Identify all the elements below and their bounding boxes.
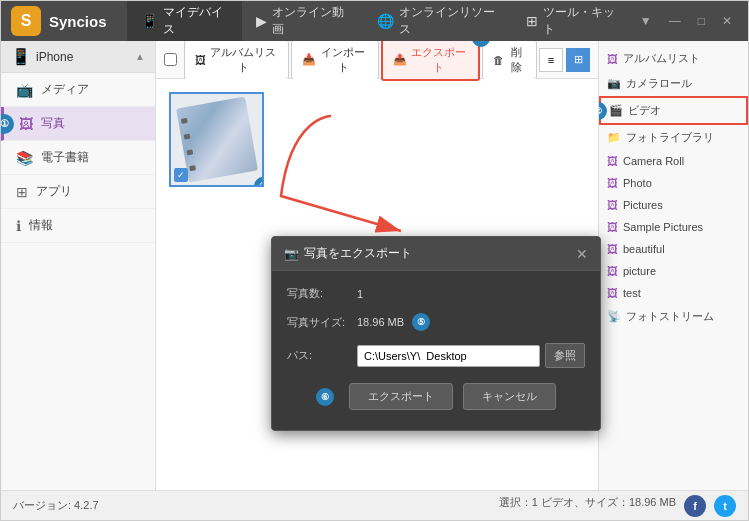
sidebar: 📱 iPhone ▲ 📺 メディア 🖼 写真 ① 📚 電子書籍 ⊞ アプリ: [1, 41, 156, 490]
panel-beautiful-icon: 🖼: [607, 243, 618, 255]
maximize-btn[interactable]: □: [692, 12, 711, 30]
count-label: 写真数:: [287, 286, 357, 301]
panel-video-icon: 🎬: [609, 104, 623, 117]
browse-btn[interactable]: 参照: [545, 343, 585, 368]
sidebar-item-apps[interactable]: ⊞ アプリ: [1, 175, 155, 209]
album-list-btn[interactable]: 🖼 アルバムリスト: [184, 41, 289, 80]
panel-camera-roll-jp[interactable]: 📷 カメラロール: [599, 71, 748, 96]
panel-video-label: ビデオ: [628, 103, 661, 118]
count-value: 1: [357, 288, 363, 300]
nav-online-resources-label: オンラインリソース: [399, 4, 498, 38]
tools-icon: ⊞: [526, 13, 538, 29]
panel-photo-label: Photo: [623, 177, 652, 189]
sidebar-item-info[interactable]: ℹ 情報: [1, 209, 155, 243]
right-panel: 🖼 アルバムリスト 📷 カメラロール 🎬 ビデオ ② 📁 フォトライブラリ 🖼 …: [598, 41, 748, 490]
panel-album-label: アルバムリスト: [623, 51, 700, 66]
photo-check: ✓: [174, 168, 188, 182]
play-icon: ▶: [256, 13, 267, 29]
minimize-btn[interactable]: —: [663, 12, 687, 30]
sidebar-item-media[interactable]: 📺 メディア: [1, 73, 155, 107]
device-header: 📱 iPhone ▲: [1, 41, 155, 73]
delete-btn[interactable]: 🗑 削除: [482, 41, 537, 80]
sidebar-photos-label: 写真: [41, 115, 65, 132]
film-hole: [186, 150, 193, 156]
nav-online-video-label: オンライン動画: [272, 4, 349, 38]
nav-online-video[interactable]: ▶ オンライン動画: [242, 1, 363, 41]
panel-photo-stream[interactable]: 📡 フォトストリーム: [599, 304, 748, 329]
panel-sample-icon: 🖼: [607, 221, 618, 233]
panel-album-icon: 🖼: [607, 53, 618, 65]
panel-test[interactable]: 🖼 test: [599, 282, 748, 304]
album-list-icon: 🖼: [195, 54, 206, 66]
import-icon: 📥: [302, 53, 316, 66]
app-title: Syncios: [49, 13, 107, 30]
sidebar-info-label: 情報: [29, 217, 53, 234]
panel-sample-pictures[interactable]: 🖼 Sample Pictures: [599, 216, 748, 238]
sidebar-item-ebooks[interactable]: 📚 電子書籍: [1, 141, 155, 175]
panel-camera-roll-jp-label: カメラロール: [626, 76, 692, 91]
select-all-checkbox[interactable]: [164, 53, 177, 66]
app-logo: S: [11, 6, 41, 36]
photo-icon: 🖼: [19, 116, 33, 132]
twitter-btn[interactable]: t: [714, 495, 736, 517]
collapse-icon[interactable]: ▲: [135, 51, 145, 62]
grid-view-btn[interactable]: ⊞: [566, 48, 590, 72]
delete-label: 削除: [507, 45, 526, 75]
import-btn[interactable]: 📥 インポート: [291, 41, 379, 80]
nav-online-resources[interactable]: 🌐 オンラインリソース: [363, 1, 512, 41]
app-window: S Syncios 📱 マイデバイス ▶ オンライン動画 🌐 オンラインリソース…: [0, 0, 749, 521]
dialog-title-icon: 📷: [284, 247, 299, 261]
nav-bar: 📱 マイデバイス ▶ オンライン動画 🌐 オンラインリソース ⊞ ツール・キット: [127, 1, 634, 41]
size-row: 写真サイズ: 18.96 MB ⑤: [287, 313, 585, 331]
panel-photo-library[interactable]: 📁 フォトライブラリ: [599, 125, 748, 150]
toolbar: 🖼 アルバムリスト 📥 インポート 📤 エクスポート ④ 🗑 削除: [156, 41, 598, 79]
panel-photo[interactable]: 🖼 Photo: [599, 172, 748, 194]
panel-photo-stream-label: フォトストリーム: [626, 309, 714, 324]
panel-camera-roll[interactable]: 🖼 Camera Roll: [599, 150, 748, 172]
dialog-cancel-btn[interactable]: キャンセル: [463, 383, 556, 410]
dialog-close-btn[interactable]: ✕: [576, 246, 588, 262]
panel-test-label: test: [623, 287, 641, 299]
panel-pictures[interactable]: 🖼 Pictures: [599, 194, 748, 216]
film-hole: [189, 166, 196, 172]
path-label: パス:: [287, 348, 357, 363]
view-controls: ≡ ⊞: [539, 48, 590, 72]
list-view-btn[interactable]: ≡: [539, 48, 563, 72]
facebook-btn[interactable]: f: [684, 495, 706, 517]
sidebar-apps-label: アプリ: [36, 183, 72, 200]
annotation-1: ①: [1, 114, 14, 134]
sidebar-media-label: メディア: [41, 81, 89, 98]
photo-item-1[interactable]: ✓ ③: [169, 92, 264, 187]
title-bar: S Syncios 📱 マイデバイス ▶ オンライン動画 🌐 オンラインリソース…: [1, 1, 748, 41]
panel-beautiful[interactable]: 🖼 beautiful: [599, 238, 748, 260]
panel-pictures-icon: 🖼: [607, 199, 618, 211]
panel-picture-label: picture: [623, 265, 656, 277]
annotation-5: ⑤: [412, 313, 430, 331]
close-btn[interactable]: ✕: [716, 12, 738, 30]
sidebar-item-photos[interactable]: 🖼 写真 ①: [1, 107, 155, 141]
export-icon: 📤: [393, 53, 407, 66]
panel-album-list[interactable]: 🖼 アルバムリスト: [599, 46, 748, 71]
globe-icon: 🌐: [377, 13, 394, 29]
import-label: インポート: [319, 45, 368, 75]
panel-camera-icon: 📷: [607, 77, 621, 90]
annotation-2: ②: [598, 102, 607, 120]
dialog-export-btn[interactable]: エクスポート: [349, 383, 453, 410]
nav-mydevice[interactable]: 📱 マイデバイス: [127, 1, 242, 41]
nav-mydevice-label: マイデバイス: [163, 4, 228, 38]
dialog-title: 📷 写真をエクスポート: [284, 245, 412, 262]
film-hole: [183, 134, 190, 140]
dialog-title-text: 写真をエクスポート: [304, 245, 412, 262]
panel-picture[interactable]: 🖼 picture: [599, 260, 748, 282]
size-value: 18.96 MB: [357, 316, 404, 328]
panel-video[interactable]: 🎬 ビデオ ②: [599, 96, 748, 125]
export-btn[interactable]: 📤 エクスポート ④: [381, 41, 481, 81]
export-label: エクスポート: [410, 45, 469, 75]
sidebar-ebooks-label: 電子書籍: [41, 149, 89, 166]
menu-btn[interactable]: ▼: [634, 12, 658, 30]
path-input[interactable]: [357, 345, 540, 367]
panel-library-icon: 📁: [607, 131, 621, 144]
nav-tools[interactable]: ⊞ ツール・キット: [512, 1, 634, 41]
count-row: 写真数: 1: [287, 286, 585, 301]
iphone-icon: 📱: [11, 47, 31, 66]
